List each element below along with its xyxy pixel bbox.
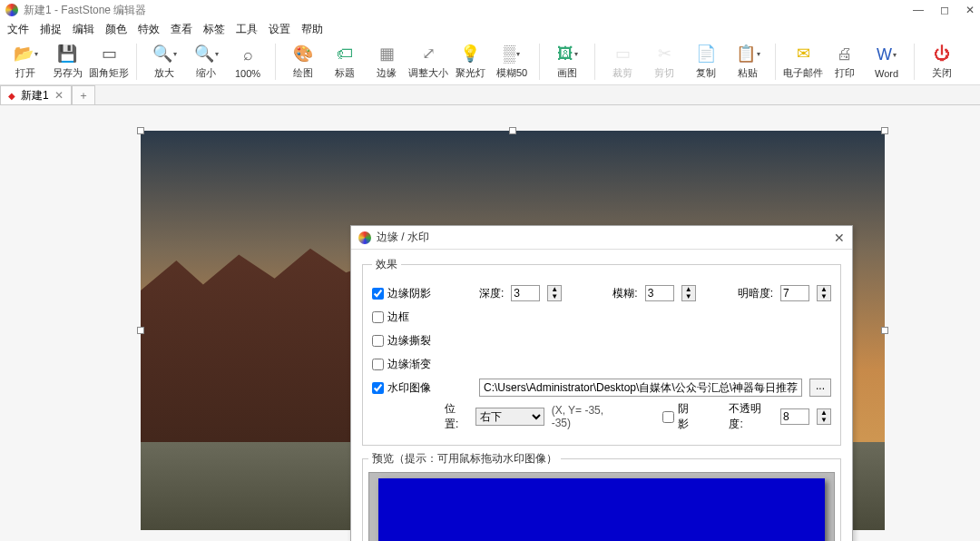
resize-handle[interactable]	[881, 127, 888, 134]
edge-label: 边缘	[377, 66, 397, 80]
menu-标签[interactable]: 标签	[203, 22, 225, 37]
edge-tear-checkbox[interactable]: 边缘撕裂	[372, 333, 431, 349]
tool-draw[interactable]: 🎨绘图	[285, 43, 321, 80]
blur-spinner[interactable]: ▲▼	[681, 285, 696, 301]
toolbar-separator	[914, 44, 915, 80]
tool-open[interactable]: 📂▾打开	[7, 43, 44, 80]
border-checkbox[interactable]: 边框	[372, 310, 409, 325]
resize-icon: ⤢	[417, 43, 439, 64]
preview-area[interactable]: 神	[368, 472, 835, 541]
minimize-button[interactable]: —	[913, 4, 924, 16]
tool-zoomout[interactable]: 🔍▾缩小	[188, 43, 224, 80]
copy-icon: 📄	[695, 43, 717, 64]
tab-strip: ◆ 新建1 ✕ ＋	[0, 85, 980, 105]
copy-label: 复制	[696, 66, 716, 80]
tool-resize[interactable]: ⤢调整大小	[410, 43, 446, 80]
menu-帮助[interactable]: 帮助	[301, 22, 323, 37]
effects-group: 效果 边缘阴影 深度: ▲▼ 模糊: ▲▼ 明暗度:	[362, 257, 841, 446]
word-icon: W▾	[876, 44, 897, 66]
caption-icon: 🏷	[334, 43, 356, 64]
tool-close[interactable]: ⏻关闭	[924, 43, 960, 80]
watermark-image-checkbox[interactable]: 水印图像	[372, 380, 472, 396]
blur50-label: 模糊50	[496, 66, 527, 80]
open-icon: 📂▾	[15, 43, 36, 64]
zoomin-label: 放大	[154, 66, 174, 80]
menu-设置[interactable]: 设置	[269, 22, 290, 37]
open-label: 打开	[15, 66, 35, 80]
tool-saveas[interactable]: 💾另存为	[49, 43, 85, 80]
browse-button[interactable]: ...	[809, 379, 831, 397]
tool-word[interactable]: W▾Word	[868, 44, 905, 79]
toolbar-separator	[136, 44, 137, 80]
menu-工具[interactable]: 工具	[236, 22, 258, 37]
opacity-label: 不透明度:	[729, 401, 773, 432]
close-icon: ⏻	[931, 43, 953, 64]
close-label: 关闭	[932, 66, 952, 80]
tool-email[interactable]: ✉电子邮件	[785, 43, 821, 80]
tool-roundrect[interactable]: ▭圆角矩形	[91, 43, 127, 80]
cut-label: 剪切	[654, 66, 674, 80]
resize-handle[interactable]	[509, 127, 516, 134]
document-tab[interactable]: ◆ 新建1 ✕	[0, 85, 72, 104]
menu-颜色[interactable]: 颜色	[105, 22, 127, 37]
toolbar-separator	[775, 44, 776, 80]
opacity-input[interactable]	[780, 408, 809, 425]
dialog-titlebar[interactable]: 边缘 / 水印 ✕	[351, 226, 852, 250]
crop-icon: ▭	[612, 43, 633, 64]
brightness-input[interactable]	[780, 285, 809, 301]
email-label: 电子邮件	[783, 66, 823, 80]
dialog-close-button[interactable]: ✕	[834, 231, 845, 245]
position-select[interactable]: 右下	[475, 408, 544, 426]
draw-label: 绘图	[293, 66, 313, 80]
window-close-button[interactable]: ✕	[965, 4, 975, 16]
resize-label: 调整大小	[408, 66, 448, 80]
canvas-label: 画图	[557, 66, 577, 80]
opacity-spinner[interactable]: ▲▼	[817, 408, 831, 425]
canvas-area[interactable]: 边缘 / 水印 ✕ 效果 边缘阴影 深度: ▲▼ 模糊:	[0, 105, 980, 541]
blur-label: 模糊:	[612, 286, 637, 301]
brightness-label: 明暗度:	[738, 286, 773, 301]
tool-zoom100[interactable]: ⌕100%	[230, 44, 266, 79]
menu-捕捉[interactable]: 捕捉	[40, 22, 62, 37]
resize-handle[interactable]	[881, 327, 888, 334]
resize-handle[interactable]	[137, 327, 144, 334]
toolbar-separator	[594, 44, 595, 80]
tool-print[interactable]: 🖨打印	[827, 43, 863, 80]
blur-input[interactable]	[645, 285, 674, 301]
menu-特效[interactable]: 特效	[138, 22, 160, 37]
menu-编辑[interactable]: 编辑	[73, 22, 94, 37]
depth-input[interactable]	[511, 285, 540, 301]
edge-fade-checkbox[interactable]: 边缘渐变	[372, 357, 431, 372]
crop-label: 裁剪	[612, 66, 632, 80]
tool-canvas[interactable]: 🖼▾画图	[549, 43, 585, 80]
tool-edge[interactable]: ▦边缘	[368, 43, 405, 80]
dialog-title: 边缘 / 水印	[377, 230, 834, 245]
shadow-checkbox[interactable]: 阴影	[662, 401, 698, 432]
roundrect-icon: ▭	[98, 43, 120, 64]
tool-copy[interactable]: 📄复制	[688, 43, 724, 80]
brightness-spinner[interactable]: ▲▼	[817, 285, 831, 301]
effects-legend: 效果	[372, 257, 401, 272]
maximize-button[interactable]: ◻	[940, 4, 949, 16]
cut-icon: ✂	[653, 43, 675, 64]
paste-icon: 📋▾	[737, 43, 759, 64]
tool-paste[interactable]: 📋▾粘贴	[730, 43, 766, 80]
edge-watermark-dialog: 边缘 / 水印 ✕ 效果 边缘阴影 深度: ▲▼ 模糊:	[350, 225, 853, 541]
edge-icon: ▦	[376, 43, 397, 64]
depth-spinner[interactable]: ▲▼	[547, 285, 562, 301]
watermark-path-input[interactable]	[479, 379, 802, 397]
menu-查看[interactable]: 查看	[171, 22, 192, 37]
edge-shadow-checkbox[interactable]: 边缘阴影	[372, 286, 431, 301]
menu-文件[interactable]: 文件	[7, 22, 29, 37]
dialog-icon	[358, 231, 371, 244]
resize-handle[interactable]	[137, 127, 144, 134]
draw-icon: 🎨	[292, 43, 314, 64]
tab-close-icon[interactable]: ✕	[54, 89, 64, 102]
tool-blur50[interactable]: ▒▾模糊50	[494, 43, 530, 80]
tool-spotlight[interactable]: 💡聚光灯	[452, 43, 488, 80]
tab-label: 新建1	[21, 88, 49, 103]
tool-caption[interactable]: 🏷标题	[327, 43, 363, 80]
new-tab-button[interactable]: ＋	[72, 85, 95, 104]
zoomout-icon: 🔍▾	[195, 43, 217, 64]
tool-zoomin[interactable]: 🔍▾放大	[146, 43, 182, 80]
